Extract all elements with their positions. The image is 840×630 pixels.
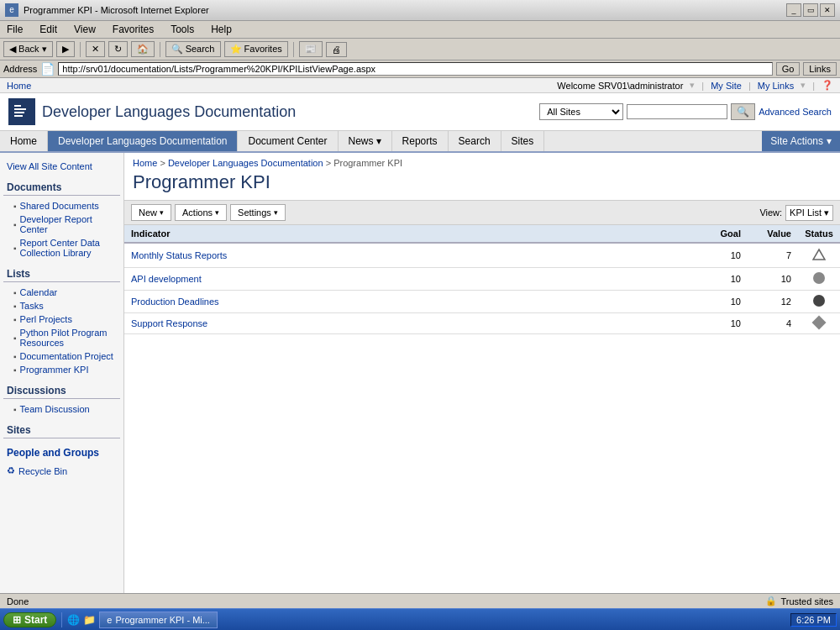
taskbar-icon-browser: 🌐 (67, 614, 80, 626)
breadcrumb-home[interactable]: Home (133, 158, 157, 168)
actions-button[interactable]: Actions ▾ (175, 204, 227, 221)
status-triangle-icon (812, 248, 826, 261)
view-dropdown-arrow-icon: ▾ (824, 207, 829, 218)
menu-view[interactable]: View (71, 23, 99, 36)
site-icon (8, 98, 35, 125)
start-button[interactable]: ⊞ Start (3, 612, 56, 627)
sidebar-lists-header: Lists (3, 265, 120, 282)
nav-sites[interactable]: Sites (501, 131, 545, 151)
goal-cell-3: 10 (697, 291, 748, 313)
taskbar-separator (61, 612, 62, 627)
stop-button[interactable]: ✕ (86, 41, 105, 57)
new-button[interactable]: New ▾ (131, 204, 171, 221)
toolbar-sep-1 (80, 42, 81, 57)
menu-help[interactable]: Help (207, 23, 235, 36)
list-toolbar: New ▾ Actions ▾ Settings ▾ View: K (124, 201, 840, 225)
nav-developer-languages[interactable]: Developer Languages Documentation (48, 131, 238, 151)
refresh-button[interactable]: ↻ (108, 41, 128, 57)
breadcrumb: Home > Developer Languages Documentation… (124, 153, 840, 170)
status-circle-dark-icon (813, 295, 825, 307)
svg-marker-4 (813, 249, 825, 260)
taskbar: ⊞ Start 🌐 📁 e Programmer KPI - Mi... 6:2… (0, 608, 840, 630)
news-arrow-icon: ▾ (376, 135, 381, 147)
nav-document-center[interactable]: Document Center (238, 131, 338, 151)
indicator-link-4[interactable]: Support Response (131, 318, 207, 328)
sp-nav-left: Home Developer Languages Documentation D… (0, 131, 544, 151)
title-bar: e Programmer KPI - Microsoft Internet Ex… (0, 0, 840, 21)
address-label: Address (3, 64, 37, 74)
sidebar-item-calendar[interactable]: Calendar (3, 286, 120, 299)
sidebar-item-documentation-project[interactable]: Documentation Project (3, 349, 120, 363)
indicator-link-1[interactable]: Monthly Status Reports (131, 250, 227, 260)
nav-reports[interactable]: Reports (392, 131, 449, 151)
go-button[interactable]: Go (776, 62, 801, 76)
window-controls[interactable]: _ ▭ ✕ (786, 3, 835, 17)
site-title-area: Developer Languages Documentation (8, 98, 296, 125)
print-button[interactable]: 🖨 (326, 42, 347, 57)
list-toolbar-left: New ▾ Actions ▾ Settings ▾ (131, 204, 286, 221)
menu-favorites[interactable]: Favorites (109, 23, 157, 36)
advanced-search-link[interactable]: Advanced Search (759, 107, 832, 117)
browser-toolbar: ◀ Back ▾ ▶ ✕ ↻ 🏠 🔍 Search ⭐ Favorites 📰 … (0, 39, 840, 60)
table-row: Support Response 10 4 (124, 313, 840, 334)
sp-home-link[interactable]: Home (7, 81, 31, 91)
search-area: All Sites This Site 🔍 Advanced Search (539, 103, 832, 120)
indicator-link-3[interactable]: Production Deadlines (131, 297, 219, 307)
site-actions-arrow-icon: ▾ (827, 135, 832, 147)
search-toolbar-button[interactable]: 🔍 Search (165, 41, 221, 57)
forward-button[interactable]: ▶ (56, 41, 75, 57)
sp-main: View All Site Content Documents Shared D… (0, 153, 840, 616)
taskbar-icon-folder: 📁 (83, 614, 96, 626)
trusted-sites-label: Trusted sites (780, 596, 833, 606)
table-row: Monthly Status Reports 10 7 (124, 243, 840, 268)
breadcrumb-developer-languages[interactable]: Developer Languages Documentation (168, 158, 323, 168)
indicator-cell-4: Support Response (124, 313, 697, 334)
taskbar-window-item[interactable]: e Programmer KPI - Mi... (99, 612, 218, 628)
status-bar-right: 🔒 Trusted sites (765, 596, 833, 606)
settings-button[interactable]: Settings ▾ (230, 204, 286, 221)
status-cell-4 (798, 313, 840, 334)
nav-search[interactable]: Search (449, 131, 501, 151)
menu-file[interactable]: File (3, 23, 26, 36)
search-input[interactable] (627, 104, 727, 119)
my-links-link[interactable]: My Links (758, 81, 794, 91)
recycle-bin-link[interactable]: ♻ Recycle Bin (3, 464, 120, 478)
view-dropdown[interactable]: KPI List ▾ (785, 205, 833, 221)
sidebar-discussions-header: Discussions (3, 381, 120, 399)
links-button[interactable]: Links (803, 62, 837, 76)
toolbar-sep-3 (293, 42, 294, 57)
menu-tools[interactable]: Tools (167, 23, 197, 36)
indicator-link-2[interactable]: API development (131, 274, 202, 284)
sidebar-sites-header: Sites (3, 421, 120, 438)
research-button[interactable]: 📰 (299, 41, 323, 57)
menu-edit[interactable]: Edit (36, 23, 60, 36)
sidebar-item-developer-report[interactable]: Developer Report Center (3, 213, 120, 236)
search-scope-dropdown[interactable]: All Sites This Site (539, 103, 623, 120)
sidebar-item-shared-documents[interactable]: Shared Documents (3, 199, 120, 213)
help-icon[interactable]: ❓ (822, 80, 833, 91)
restore-button[interactable]: ▭ (803, 3, 818, 17)
nav-news[interactable]: News ▾ (339, 131, 392, 151)
search-button[interactable]: 🔍 (731, 103, 755, 120)
sidebar-item-programmer-kpi[interactable]: Programmer KPI (3, 363, 120, 376)
indicator-cell-3: Production Deadlines (124, 291, 697, 313)
sidebar-item-team-discussion[interactable]: Team Discussion (3, 402, 120, 416)
my-site-link[interactable]: My Site (711, 81, 742, 91)
back-button[interactable]: ◀ Back ▾ (3, 41, 53, 57)
sidebar-item-python-pilot[interactable]: Python Pilot Program Resources (3, 326, 120, 349)
home-button[interactable]: 🏠 (131, 41, 155, 57)
actions-arrow-icon: ▾ (215, 208, 219, 217)
nav-home[interactable]: Home (0, 131, 48, 151)
sidebar-people-groups-header[interactable]: People and Groups (3, 444, 120, 460)
close-button[interactable]: ✕ (820, 3, 835, 17)
sidebar-item-perl-projects[interactable]: Perl Projects (3, 312, 120, 326)
sidebar-item-report-center[interactable]: Report Center Data Collection Library (3, 236, 120, 260)
minimize-button[interactable]: _ (786, 3, 801, 17)
address-input[interactable] (58, 62, 772, 76)
indicator-cell-1: Monthly Status Reports (124, 243, 697, 268)
sidebar-item-tasks[interactable]: Tasks (3, 299, 120, 312)
view-all-site-content[interactable]: View All Site Content (3, 160, 120, 173)
settings-arrow-icon: ▾ (274, 208, 278, 217)
favorites-button[interactable]: ⭐ Favorites (224, 41, 288, 57)
site-actions-button[interactable]: Site Actions ▾ (762, 131, 840, 151)
